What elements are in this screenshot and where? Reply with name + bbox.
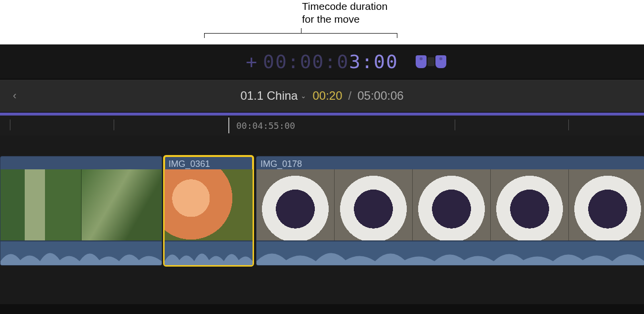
annotation-line1: Timecode duration xyxy=(302,0,387,12)
timecode-entry-field[interactable]: + 00:00:03:00 xyxy=(246,51,398,73)
clip-img-0361[interactable]: IMG_0361 xyxy=(164,156,253,266)
timeline-panel: + 00:00:03:00 ‹ 01.1 China ⌄ 00:20 / 05:… xyxy=(0,44,644,314)
audio-skimming-toggle[interactable] xyxy=(435,55,446,68)
project-info-bar: ‹ 01.1 China ⌄ 00:20 / 05:00:06 › xyxy=(0,79,644,113)
clip-label: IMG_0361 xyxy=(169,159,210,169)
project-title-group[interactable]: 01.1 China ⌄ 00:20 / 05:00:06 xyxy=(240,89,403,103)
annotation-line2: for the move xyxy=(302,13,360,25)
clip-filmstrip xyxy=(165,169,253,241)
clip-label: IMG_0178 xyxy=(260,159,302,169)
timecode-dim-prefix: 00:00:0 xyxy=(263,51,349,73)
skimming-controls xyxy=(416,55,446,68)
timeline-history-forward-button[interactable]: › xyxy=(392,86,402,105)
clip-vegetables-left[interactable] xyxy=(0,156,162,266)
playhead-icon[interactable] xyxy=(228,118,229,133)
clip-filmstrip xyxy=(257,169,644,241)
timecode-active-digits: 3:00 xyxy=(349,51,398,73)
annotation-bracket xyxy=(204,33,397,43)
clip-audio-waveform[interactable] xyxy=(257,240,644,265)
clip-filmstrip xyxy=(0,169,162,241)
timeline-bottom-bar xyxy=(0,304,644,314)
skimming-gap-icon xyxy=(428,57,434,66)
ruler-playhead-label: 00:04:55:00 xyxy=(236,120,295,131)
clip-audio-waveform[interactable] xyxy=(0,240,162,265)
clip-audio-waveform[interactable] xyxy=(165,240,253,265)
video-skimming-toggle[interactable] xyxy=(416,55,427,68)
project-current-time: 00:20 xyxy=(312,89,342,103)
timeline-ruler[interactable]: 00:04:55:00 xyxy=(0,116,644,135)
chevron-down-icon: ⌄ xyxy=(301,92,306,100)
project-name: 01.1 China ⌄ xyxy=(240,89,306,103)
timeline-history-back-button[interactable]: ‹ xyxy=(10,86,19,105)
timeline-track-area[interactable]: IMG_0361 IMG_0178 xyxy=(0,135,644,304)
timecode-toolbar: + 00:00:03:00 xyxy=(0,44,644,79)
project-time-separator: / xyxy=(348,89,352,103)
clip-img-0178[interactable]: IMG_0178 xyxy=(256,156,644,266)
callout-annotation: Timecode duration for the move xyxy=(0,0,644,44)
timecode-sign: + xyxy=(246,51,258,73)
